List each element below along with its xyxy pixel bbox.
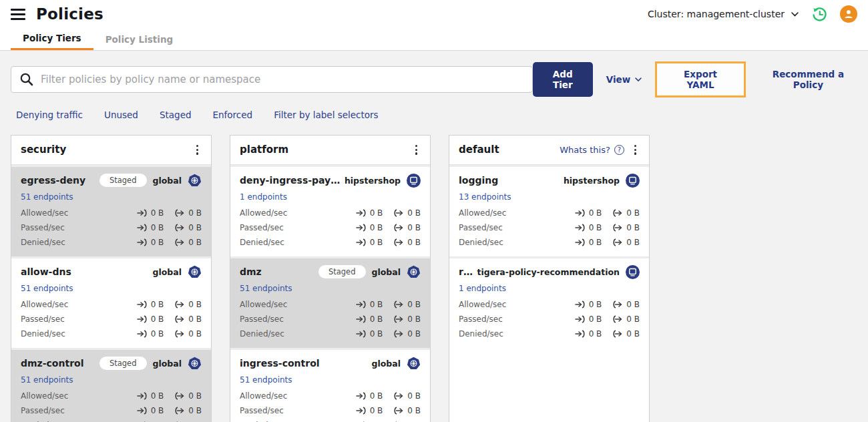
menu-icon[interactable] [11,9,25,20]
egress-icon [393,315,404,323]
quick-filters: Denying traffic Unused Staged Enforced F… [16,110,857,120]
stat-row: Passed/sec 0 B 0 B [21,220,202,235]
policy-name: dmz [240,266,314,277]
tier-menu-icon[interactable] [193,143,202,157]
tier-name: security [21,144,66,156]
ingress-icon [575,315,586,323]
endpoints-link[interactable]: 51 endpoints [240,284,292,293]
tier-menu-icon[interactable] [412,143,421,157]
endpoints-link[interactable]: 13 endpoints [459,192,511,202]
stat-row: Denied/sec 0 B 0 B [240,418,421,422]
person-icon [843,9,854,19]
ingress-icon [575,330,586,338]
policy-card-dmz[interactable]: dmz Staged global 51 endpoints Allowed/s… [230,256,430,348]
policy-card-deny-ingress-paymentservice[interactable]: deny-ingress-paymentservi... hipstershop… [230,165,430,256]
stat-row: Passed/sec 0 B 0 B [240,312,421,327]
history-icon[interactable] [811,5,828,23]
tier-header: default Whats this? ? [449,136,649,165]
endpoints-link[interactable]: 1 endpoints [240,192,287,202]
policy-name: allow-dns [21,266,149,277]
global-icon [407,357,421,371]
policy-card-dmz-control[interactable]: dmz-control Staged global 51 endpoints A… [11,348,211,422]
ingress-icon [575,300,586,308]
policy-card-logging[interactable]: logging hipstershop 13 endpoints Allowed… [449,165,649,256]
stat-row: Allowed/sec 0 B 0 B [21,206,202,220]
endpoints-link[interactable]: 1 endpoints [459,284,506,293]
add-tier-button[interactable]: Add Tier [533,62,593,97]
egress-icon [612,315,623,323]
stat-row: Denied/sec 0 B 0 B [21,327,202,341]
policy-name: ingress-control [240,358,368,369]
filter-label-selectors[interactable]: Filter by label selectors [274,110,378,120]
egress-icon [393,300,404,308]
stat-row: Passed/sec 0 B 0 B [21,403,202,418]
egress-icon [393,392,404,400]
policy-scope: hipstershop [564,176,620,186]
filter-unused[interactable]: Unused [104,110,138,120]
filter-denying-traffic[interactable]: Denying traffic [16,110,83,120]
ingress-icon [137,224,148,232]
policy-name: restricted [459,266,473,277]
export-yaml-button[interactable]: Export YAML [670,69,730,90]
topbar-right: Cluster: management-cluster [648,5,857,23]
egress-icon [612,330,623,338]
endpoints-link[interactable]: 51 endpoints [21,284,73,293]
tier-default: default Whats this? ? logging hipstersho… [449,135,650,422]
stat-row: Denied/sec 0 B 0 B [240,235,421,250]
global-icon [188,174,202,188]
policy-scope: global [153,267,182,277]
endpoints-link[interactable]: 51 endpoints [21,375,73,385]
policy-name: egress-deny [21,175,95,186]
ingress-icon [137,238,148,246]
policy-name: dmz-control [21,358,95,369]
filter-enforced[interactable]: Enforced [213,110,253,120]
stat-row: Allowed/sec 0 B 0 B [459,297,640,312]
stat-row: Denied/sec 0 B 0 B [21,235,202,250]
global-icon [407,265,421,279]
policy-card-restricted[interactable]: restricted tigera-policy-recommendation … [449,256,649,348]
egress-icon [174,315,185,323]
recommend-policy-button[interactable]: Recommend a Policy [759,69,857,90]
view-button[interactable]: View [606,74,642,85]
policy-card-allow-dns[interactable]: allow-dns global 51 endpoints Allowed/se… [11,256,211,348]
tier-platform: platform deny-ingress-paymentservi... hi… [230,135,431,422]
ingress-icon [356,300,367,308]
egress-icon [612,224,623,232]
namespace-icon [626,265,640,279]
egress-icon [174,209,185,217]
ingress-icon [356,330,367,338]
filter-staged[interactable]: Staged [160,110,192,120]
stat-row: Passed/sec 0 B 0 B [240,403,421,418]
help-icon: ? [614,145,624,155]
egress-icon [174,300,185,308]
policy-card-egress-deny[interactable]: egress-deny Staged global 51 endpoints A… [11,165,211,256]
search-input[interactable] [41,73,524,85]
user-avatar[interactable] [840,5,857,23]
stat-row: Denied/sec 0 B 0 B [459,327,640,341]
tab-policy-tiers[interactable]: Policy Tiers [11,28,93,50]
egress-icon [174,407,185,415]
tier-menu-icon[interactable] [631,143,640,157]
policy-scope: global [372,267,401,277]
cluster-selector[interactable]: Cluster: management-cluster [648,9,799,19]
policy-name: deny-ingress-paymentservi... [240,175,341,186]
egress-icon [174,224,185,232]
search-icon [19,72,34,87]
search-box[interactable] [11,66,533,93]
tier-columns: security egress-deny Staged global 51 en… [11,135,857,422]
stat-row: Passed/sec 0 B 0 B [459,312,640,327]
staged-badge: Staged [99,174,147,187]
egress-icon [393,330,404,338]
ingress-icon [356,392,367,400]
ingress-icon [356,209,367,217]
export-yaml-highlight: Export YAML [655,61,746,97]
endpoints-link[interactable]: 51 endpoints [21,192,73,202]
egress-icon [393,407,404,415]
staged-badge: Staged [318,265,366,278]
endpoints-link[interactable]: 51 endpoints [240,375,292,385]
whats-this-link[interactable]: Whats this? ? [560,145,624,155]
policy-scope: tigera-policy-recommendation [477,267,620,277]
tab-policy-listing[interactable]: Policy Listing [93,28,186,50]
policy-card-ingress-control[interactable]: ingress-control global 51 endpoints Allo… [230,348,430,422]
ingress-icon [356,238,367,246]
